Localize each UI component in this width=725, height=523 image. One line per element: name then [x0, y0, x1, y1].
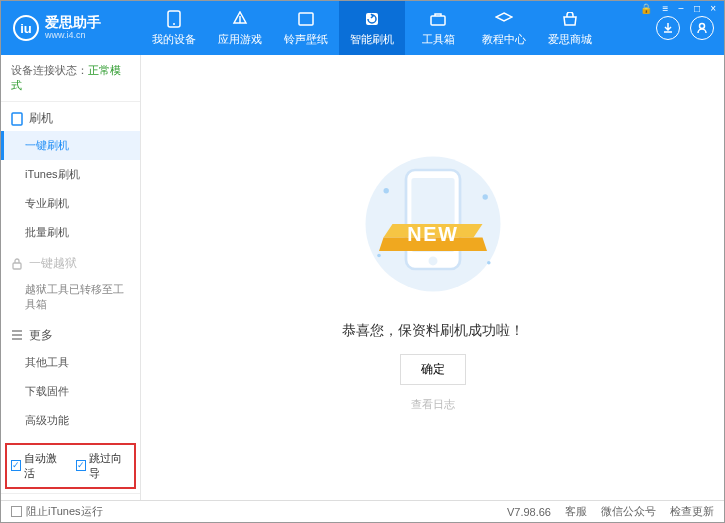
apps-icon [231, 10, 249, 28]
device-icon [11, 112, 23, 126]
wechat-link[interactable]: 微信公众号 [601, 504, 656, 519]
nav-flash[interactable]: 智能刷机 [339, 1, 405, 55]
svg-point-1 [173, 23, 175, 25]
menu-pro-flash[interactable]: 专业刷机 [1, 189, 140, 218]
nav-label: 爱思商城 [548, 32, 592, 47]
options-highlight: ✓ 自动激活 ✓ 跳过向导 [5, 443, 136, 489]
sidebar: 设备连接状态：正常模式 刷机 一键刷机 iTunes刷机 专业刷机 批量刷机 一… [1, 55, 141, 500]
nav-store[interactable]: 爱思商城 [537, 1, 603, 55]
logo: iu 爱思助手 www.i4.cn [1, 15, 141, 41]
success-illustration: NEW [343, 144, 523, 304]
jailbreak-note: 越狱工具已转移至工具箱 [1, 276, 140, 319]
nav-ringtones[interactable]: 铃声壁纸 [273, 1, 339, 55]
menu-other-tools[interactable]: 其他工具 [1, 348, 140, 377]
side-section-jailbreak: 一键越狱 [1, 247, 140, 276]
nav-label: 铃声壁纸 [284, 32, 328, 47]
svg-point-12 [428, 256, 437, 265]
lock-icon [11, 258, 23, 270]
grad-cap-icon [495, 10, 513, 28]
download-button[interactable] [656, 16, 680, 40]
nav-toolbox[interactable]: 工具箱 [405, 1, 471, 55]
header-right [646, 16, 724, 40]
toolbox-icon [429, 10, 447, 28]
menu-advanced[interactable]: 高级功能 [1, 406, 140, 435]
menu-itunes-flash[interactable]: iTunes刷机 [1, 160, 140, 189]
nav-label: 智能刷机 [350, 32, 394, 47]
svg-rect-4 [431, 16, 445, 25]
checkbox-skip-guide[interactable]: ✓ 跳过向导 [76, 451, 131, 481]
menu-download-fw[interactable]: 下载固件 [1, 377, 140, 406]
phone-icon [165, 10, 183, 28]
window-controls: 🔒 ≡ − □ × [638, 3, 718, 14]
nav-label: 工具箱 [422, 32, 455, 47]
app-title: 爱思助手 [45, 15, 101, 30]
success-message: 恭喜您，保资料刷机成功啦！ [342, 322, 524, 340]
ok-button[interactable]: 确定 [400, 354, 466, 385]
lock-icon[interactable]: 🔒 [638, 3, 654, 14]
view-log-link[interactable]: 查看日志 [411, 397, 455, 412]
version-label: V7.98.66 [507, 506, 551, 518]
side-section-more[interactable]: 更多 [1, 319, 140, 348]
check-icon: ✓ [11, 460, 21, 471]
nav-my-device[interactable]: 我的设备 [141, 1, 207, 55]
main-content: NEW 恭喜您，保资料刷机成功啦！ 确定 查看日志 [141, 55, 724, 500]
support-link[interactable]: 客服 [565, 504, 587, 519]
device-panel[interactable]: iPhone 12 mini 64GB Down-12mini-13,1 [1, 493, 140, 500]
maximize-button[interactable]: □ [692, 3, 702, 14]
app-url: www.i4.cn [45, 31, 101, 41]
block-itunes-label: 阻止iTunes运行 [26, 504, 103, 519]
logo-icon: iu [13, 15, 39, 41]
store-icon [561, 10, 579, 28]
svg-point-15 [482, 194, 487, 199]
svg-rect-7 [13, 263, 21, 269]
svg-rect-6 [12, 113, 22, 125]
flash-icon [363, 10, 381, 28]
main-nav: 我的设备 应用游戏 铃声壁纸 智能刷机 工具箱 教程中心 爱思商城 [141, 1, 646, 55]
user-button[interactable] [690, 16, 714, 40]
wallpaper-icon [297, 10, 315, 28]
svg-point-17 [487, 260, 491, 264]
header: iu 爱思助手 www.i4.cn 我的设备 应用游戏 铃声壁纸 智能刷机 工具… [1, 1, 724, 55]
side-section-flash[interactable]: 刷机 [1, 102, 140, 131]
menu-one-click-flash[interactable]: 一键刷机 [1, 131, 140, 160]
svg-point-16 [377, 253, 381, 257]
checkbox-auto-activate[interactable]: ✓ 自动激活 [11, 451, 66, 481]
check-update-link[interactable]: 检查更新 [670, 504, 714, 519]
connection-status: 设备连接状态：正常模式 [1, 55, 140, 102]
footer: 阻止iTunes运行 V7.98.66 客服 微信公众号 检查更新 [1, 500, 724, 522]
svg-point-14 [383, 188, 388, 193]
nav-label: 我的设备 [152, 32, 196, 47]
list-icon [11, 330, 23, 340]
nav-label: 教程中心 [482, 32, 526, 47]
check-icon: ✓ [76, 460, 86, 471]
nav-apps[interactable]: 应用游戏 [207, 1, 273, 55]
menu-icon[interactable]: ≡ [660, 3, 670, 14]
nav-tutorials[interactable]: 教程中心 [471, 1, 537, 55]
nav-label: 应用游戏 [218, 32, 262, 47]
svg-text:NEW: NEW [407, 223, 459, 245]
checkbox-block-itunes[interactable] [11, 506, 22, 517]
minimize-button[interactable]: − [676, 3, 686, 14]
menu-batch-flash[interactable]: 批量刷机 [1, 218, 140, 247]
close-button[interactable]: × [708, 3, 718, 14]
svg-point-5 [700, 24, 705, 29]
svg-rect-2 [299, 13, 313, 25]
